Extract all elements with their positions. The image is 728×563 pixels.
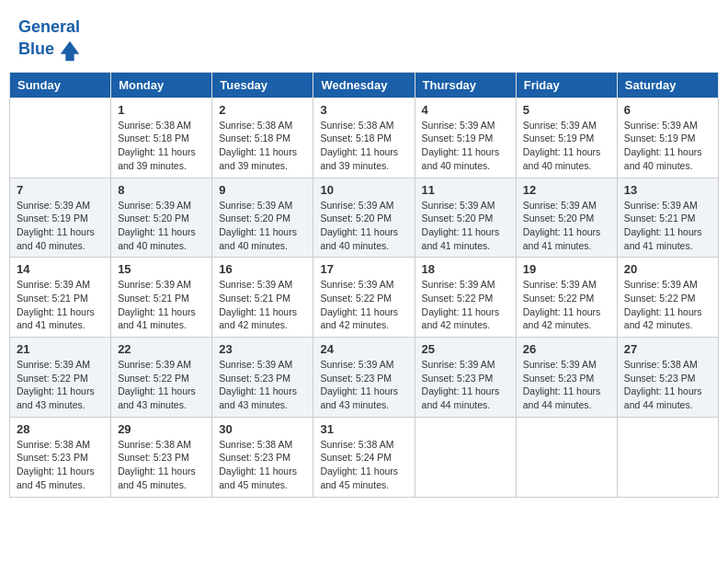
day-number: 13 — [624, 183, 711, 197]
day-number: 14 — [17, 262, 104, 276]
calendar-day-cell: 13Sunrise: 5:39 AM Sunset: 5:21 PM Dayli… — [617, 178, 718, 258]
calendar-day-cell — [516, 417, 617, 497]
weekday-header-cell: Monday — [111, 72, 212, 98]
calendar-day-cell: 8Sunrise: 5:39 AM Sunset: 5:20 PM Daylig… — [111, 178, 212, 258]
day-info: Sunrise: 5:39 AM Sunset: 5:22 PM Dayligh… — [523, 278, 610, 332]
weekday-header-cell: Sunday — [10, 72, 111, 98]
weekday-header-cell: Wednesday — [313, 72, 415, 98]
day-info: Sunrise: 5:39 AM Sunset: 5:23 PM Dayligh… — [422, 358, 509, 412]
day-info: Sunrise: 5:39 AM Sunset: 5:23 PM Dayligh… — [219, 358, 306, 412]
day-info: Sunrise: 5:39 AM Sunset: 5:20 PM Dayligh… — [422, 199, 509, 253]
calendar-day-cell: 16Sunrise: 5:39 AM Sunset: 5:21 PM Dayli… — [212, 258, 313, 338]
calendar-day-cell: 6Sunrise: 5:39 AM Sunset: 5:19 PM Daylig… — [617, 98, 718, 178]
calendar-day-cell: 28Sunrise: 5:38 AM Sunset: 5:23 PM Dayli… — [10, 417, 111, 497]
day-info: Sunrise: 5:39 AM Sunset: 5:19 PM Dayligh… — [624, 119, 711, 173]
day-info: Sunrise: 5:39 AM Sunset: 5:23 PM Dayligh… — [523, 358, 610, 412]
day-info: Sunrise: 5:38 AM Sunset: 5:23 PM Dayligh… — [118, 438, 205, 492]
day-info: Sunrise: 5:39 AM Sunset: 5:21 PM Dayligh… — [624, 199, 711, 253]
calendar-day-cell: 24Sunrise: 5:39 AM Sunset: 5:23 PM Dayli… — [313, 338, 415, 418]
calendar-week-row: 28Sunrise: 5:38 AM Sunset: 5:23 PM Dayli… — [10, 417, 719, 497]
logo-icon — [57, 37, 83, 63]
calendar-day-cell: 1Sunrise: 5:38 AM Sunset: 5:18 PM Daylig… — [111, 98, 212, 178]
day-info: Sunrise: 5:38 AM Sunset: 5:23 PM Dayligh… — [219, 438, 306, 492]
day-info: Sunrise: 5:39 AM Sunset: 5:20 PM Dayligh… — [320, 199, 407, 253]
calendar-day-cell: 21Sunrise: 5:39 AM Sunset: 5:22 PM Dayli… — [10, 338, 111, 418]
day-number: 29 — [118, 422, 205, 436]
day-number: 11 — [422, 183, 509, 197]
calendar-day-cell: 15Sunrise: 5:39 AM Sunset: 5:21 PM Dayli… — [111, 258, 212, 338]
calendar-week-row: 7Sunrise: 5:39 AM Sunset: 5:19 PM Daylig… — [10, 178, 719, 258]
logo-text2: Blue — [18, 37, 83, 63]
weekday-header-cell: Friday — [516, 72, 617, 98]
day-number: 2 — [219, 103, 306, 117]
calendar-day-cell: 10Sunrise: 5:39 AM Sunset: 5:20 PM Dayli… — [313, 178, 415, 258]
calendar-day-cell: 19Sunrise: 5:39 AM Sunset: 5:22 PM Dayli… — [516, 258, 617, 338]
day-number: 30 — [219, 422, 306, 436]
day-number: 12 — [523, 183, 610, 197]
day-info: Sunrise: 5:39 AM Sunset: 5:20 PM Dayligh… — [219, 199, 306, 253]
calendar-week-row: 21Sunrise: 5:39 AM Sunset: 5:22 PM Dayli… — [10, 338, 719, 418]
day-info: Sunrise: 5:38 AM Sunset: 5:18 PM Dayligh… — [320, 119, 407, 173]
calendar-week-row: 14Sunrise: 5:39 AM Sunset: 5:21 PM Dayli… — [10, 258, 719, 338]
day-number: 24 — [320, 342, 407, 356]
calendar-day-cell: 5Sunrise: 5:39 AM Sunset: 5:19 PM Daylig… — [516, 98, 617, 178]
day-info: Sunrise: 5:38 AM Sunset: 5:23 PM Dayligh… — [624, 358, 711, 412]
day-info: Sunrise: 5:39 AM Sunset: 5:19 PM Dayligh… — [17, 199, 104, 253]
calendar-day-cell: 22Sunrise: 5:39 AM Sunset: 5:22 PM Dayli… — [111, 338, 212, 418]
day-info: Sunrise: 5:39 AM Sunset: 5:21 PM Dayligh… — [118, 278, 205, 332]
day-info: Sunrise: 5:38 AM Sunset: 5:23 PM Dayligh… — [17, 438, 104, 492]
day-number: 26 — [523, 342, 610, 356]
day-number: 5 — [523, 103, 610, 117]
day-number: 8 — [118, 183, 205, 197]
calendar-day-cell: 18Sunrise: 5:39 AM Sunset: 5:22 PM Dayli… — [415, 258, 516, 338]
calendar-day-cell — [617, 417, 718, 497]
day-info: Sunrise: 5:39 AM Sunset: 5:19 PM Dayligh… — [422, 119, 509, 173]
logo-text: General — [18, 18, 83, 37]
day-number: 27 — [624, 342, 711, 356]
day-number: 4 — [422, 103, 509, 117]
calendar-day-cell: 25Sunrise: 5:39 AM Sunset: 5:23 PM Dayli… — [415, 338, 516, 418]
day-info: Sunrise: 5:39 AM Sunset: 5:22 PM Dayligh… — [17, 358, 104, 412]
weekday-header-cell: Thursday — [415, 72, 516, 98]
calendar-day-cell: 14Sunrise: 5:39 AM Sunset: 5:21 PM Dayli… — [10, 258, 111, 338]
day-number: 6 — [624, 103, 711, 117]
calendar-day-cell — [10, 98, 111, 178]
weekday-header-cell: Saturday — [617, 72, 718, 98]
day-info: Sunrise: 5:39 AM Sunset: 5:23 PM Dayligh… — [320, 358, 407, 412]
day-number: 21 — [17, 342, 104, 356]
page-header: General Blue — [9, 9, 719, 67]
day-number: 20 — [624, 262, 711, 276]
day-number: 15 — [118, 262, 205, 276]
day-number: 28 — [17, 422, 104, 436]
calendar-day-cell: 31Sunrise: 5:38 AM Sunset: 5:24 PM Dayli… — [313, 417, 415, 497]
calendar-day-cell: 20Sunrise: 5:39 AM Sunset: 5:22 PM Dayli… — [617, 258, 718, 338]
day-number: 22 — [118, 342, 205, 356]
day-number: 3 — [320, 103, 407, 117]
calendar-day-cell: 27Sunrise: 5:38 AM Sunset: 5:23 PM Dayli… — [617, 338, 718, 418]
calendar-day-cell: 12Sunrise: 5:39 AM Sunset: 5:20 PM Dayli… — [516, 178, 617, 258]
day-info: Sunrise: 5:39 AM Sunset: 5:22 PM Dayligh… — [118, 358, 205, 412]
day-info: Sunrise: 5:39 AM Sunset: 5:20 PM Dayligh… — [118, 199, 205, 253]
calendar-day-cell: 17Sunrise: 5:39 AM Sunset: 5:22 PM Dayli… — [313, 258, 415, 338]
day-info: Sunrise: 5:39 AM Sunset: 5:20 PM Dayligh… — [523, 199, 610, 253]
day-number: 25 — [422, 342, 509, 356]
day-number: 9 — [219, 183, 306, 197]
calendar-day-cell: 23Sunrise: 5:39 AM Sunset: 5:23 PM Dayli… — [212, 338, 313, 418]
calendar-day-cell: 7Sunrise: 5:39 AM Sunset: 5:19 PM Daylig… — [10, 178, 111, 258]
day-info: Sunrise: 5:38 AM Sunset: 5:18 PM Dayligh… — [219, 119, 306, 173]
day-number: 7 — [17, 183, 104, 197]
calendar-day-cell: 2Sunrise: 5:38 AM Sunset: 5:18 PM Daylig… — [212, 98, 313, 178]
calendar-day-cell: 11Sunrise: 5:39 AM Sunset: 5:20 PM Dayli… — [415, 178, 516, 258]
day-info: Sunrise: 5:38 AM Sunset: 5:24 PM Dayligh… — [320, 438, 407, 492]
day-info: Sunrise: 5:39 AM Sunset: 5:21 PM Dayligh… — [17, 278, 104, 332]
logo: General Blue — [18, 18, 83, 63]
day-info: Sunrise: 5:39 AM Sunset: 5:22 PM Dayligh… — [624, 278, 711, 332]
day-number: 16 — [219, 262, 306, 276]
calendar-body: 1Sunrise: 5:38 AM Sunset: 5:18 PM Daylig… — [10, 98, 719, 497]
calendar-week-row: 1Sunrise: 5:38 AM Sunset: 5:18 PM Daylig… — [10, 98, 719, 178]
day-number: 31 — [320, 422, 407, 436]
calendar-day-cell: 30Sunrise: 5:38 AM Sunset: 5:23 PM Dayli… — [212, 417, 313, 497]
calendar-table: SundayMondayTuesdayWednesdayThursdayFrid… — [9, 72, 719, 498]
day-info: Sunrise: 5:38 AM Sunset: 5:18 PM Dayligh… — [118, 119, 205, 173]
day-info: Sunrise: 5:39 AM Sunset: 5:22 PM Dayligh… — [320, 278, 407, 332]
